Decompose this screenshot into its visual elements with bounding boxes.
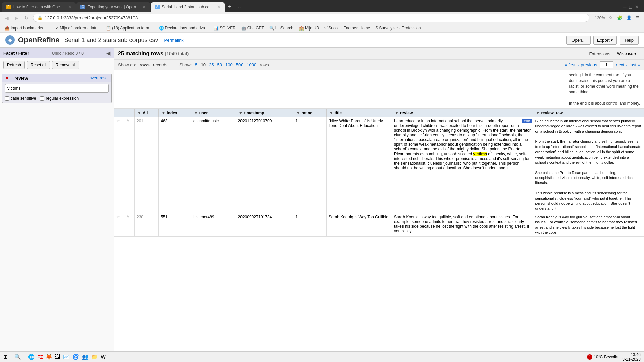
next-page-button[interactable]: next ›	[616, 62, 627, 67]
facet-collapse-button[interactable]: −	[10, 75, 13, 81]
reload-button[interactable]: ↻	[23, 14, 30, 22]
row-title: "Nice White Parents" Is Utterly Tone-Dea…	[326, 117, 392, 213]
col-timestamp-header: ▼ timestamp	[236, 109, 293, 117]
tab-1-close[interactable]: ✕	[68, 4, 72, 10]
col-star-header	[114, 109, 124, 117]
bookmark-survalyzer[interactable]: S Survalyzer - Profession...	[374, 25, 425, 31]
star-icon[interactable]: ☆	[608, 14, 614, 21]
row-review-raw: I - an educator in an international scho…	[533, 117, 644, 213]
regex-checkbox[interactable]	[40, 96, 44, 101]
tab-overflow-icon[interactable]: ⌄	[235, 3, 244, 11]
show-10[interactable]: 10	[201, 62, 206, 67]
show-100[interactable]: 100	[225, 62, 233, 67]
bookmark-import[interactable]: 📥 Import bookmarks...	[3, 25, 48, 31]
reset-all-button[interactable]: Reset all	[27, 61, 50, 69]
address-bar[interactable]: 🔒 127.0.0.1:3333/project?project=2527094…	[33, 14, 589, 22]
browser-toolbar-icons: ☆ 🧩 👤 ☰	[608, 14, 641, 21]
bookmark-chatgpt[interactable]: 🤖 ChatGPT	[240, 25, 265, 31]
row-star-cell: ☆	[114, 213, 124, 237]
maximize-button[interactable]: □	[629, 4, 632, 10]
new-tab-button[interactable]: +	[225, 2, 234, 12]
row-index: 463	[159, 117, 191, 213]
row-flag-cell: ⚑	[124, 213, 135, 237]
export-button[interactable]: Export ▾	[593, 36, 617, 45]
star-icon[interactable]: ☆	[116, 215, 120, 219]
facet-search-input[interactable]	[5, 84, 109, 93]
bookmark-mijnub[interactable]: 🏫 Mijn UB	[298, 25, 320, 31]
show-as-label: Show as:	[118, 62, 136, 67]
show-1000[interactable]: 1000	[247, 62, 256, 67]
facet-invert-button[interactable]: invert	[89, 76, 98, 80]
permalink-link[interactable]: Permalink	[164, 38, 184, 43]
wikibase-button[interactable]: Wikibase ▾	[613, 50, 640, 57]
open-button[interactable]: Open...	[566, 36, 591, 45]
rows-suffix-label: rows	[260, 62, 269, 67]
bookmark-declarations[interactable]: 🌐 Declarations and adva...	[158, 25, 210, 31]
tab-2-close[interactable]: ✕	[142, 4, 146, 10]
all-dropdown-icon[interactable]: ▼	[137, 111, 141, 115]
first-page-button[interactable]: « first	[565, 62, 576, 67]
account-icon[interactable]: 👤	[625, 14, 633, 21]
tab-1-favicon: F	[6, 5, 11, 9]
tab-1[interactable]: F How to filter data with Open R... ✕	[2, 2, 76, 12]
forward-button[interactable]: ▶	[13, 14, 20, 22]
show-500[interactable]: 500	[236, 62, 244, 67]
flag-icon[interactable]: ⚑	[126, 215, 130, 219]
table-wrapper: seeing it in the comment too. if you don…	[114, 70, 644, 339]
user-dropdown-icon[interactable]: ▼	[194, 111, 198, 115]
show-50[interactable]: 50	[217, 62, 222, 67]
rating-dropdown-icon[interactable]: ▼	[296, 111, 300, 115]
help-button[interactable]: Help	[620, 36, 639, 45]
row-user: gschmittmusic	[191, 117, 236, 213]
tab-3-close[interactable]: ✕	[217, 4, 221, 10]
page-number-input[interactable]	[600, 61, 613, 68]
undo-redo-link[interactable]: Undo / Redo 0 / 0	[52, 51, 84, 56]
regex-checkbox-label[interactable]: regular expression	[40, 96, 79, 101]
back-button[interactable]: ◀	[3, 14, 10, 22]
facet-close-button[interactable]: ✕	[5, 75, 9, 81]
review-raw-dropdown-icon[interactable]: ▼	[536, 111, 540, 115]
sidebar-collapse-button[interactable]: ◀	[106, 50, 110, 56]
bookmark-mijn[interactable]: ✓ Mijn afspraken - datu...	[54, 25, 102, 31]
tab-2[interactable]: O Exporting your work | OpenRef... ✕	[76, 2, 150, 12]
app-title: OpenRefine	[18, 36, 59, 44]
bookmark-libsearch[interactable]: 🔍 LibSearch	[268, 25, 295, 31]
bookmark-successfactors[interactable]: sf SuccessFactors: Home	[323, 25, 371, 31]
facet-options: case sensitive regular expression	[2, 95, 111, 103]
flag-icon[interactable]: ⚑	[126, 119, 130, 123]
row-rating: 1	[293, 213, 326, 237]
row-index: 551	[159, 213, 191, 237]
previous-page-button[interactable]: ‹ previous	[578, 62, 597, 67]
rows-mode-button[interactable]: rows	[139, 62, 149, 67]
extension-icon[interactable]: 🧩	[616, 14, 623, 21]
refresh-button[interactable]: Refresh	[3, 61, 25, 69]
last-page-button[interactable]: last »	[630, 62, 640, 67]
close-button[interactable]: ✕	[635, 4, 639, 10]
tab-3-title: Serial 1 and 2 stars sub corpus...	[162, 5, 215, 9]
records-mode-button[interactable]: records	[153, 62, 167, 67]
show-25[interactable]: 25	[209, 62, 214, 67]
review-dropdown-icon[interactable]: ▼	[395, 111, 399, 115]
case-sensitive-checkbox[interactable]	[5, 96, 9, 101]
timestamp-dropdown-icon[interactable]: ▼	[239, 111, 243, 115]
col-review-header: ▼ review	[392, 109, 533, 117]
tab-3[interactable]: S Serial 1 and 2 stars sub corpus... ✕	[151, 2, 225, 12]
title-dropdown-icon[interactable]: ▼	[329, 111, 333, 115]
show-5[interactable]: 5	[195, 62, 197, 67]
star-icon[interactable]: ☆	[116, 119, 120, 123]
facet-reset-button[interactable]: reset	[100, 76, 109, 80]
row-timestamp: 20200902T191734	[236, 213, 293, 237]
table-row: ☆ ⚑ 230. 551 Listener489 20200902T191734…	[114, 213, 644, 237]
facet-panel-header: ✕ − review invert reset	[2, 74, 111, 82]
remove-all-button[interactable]: Remove all	[52, 61, 79, 69]
edit-link[interactable]: edit	[522, 119, 532, 123]
menu-icon[interactable]: ☰	[635, 14, 641, 21]
row-number: 230.	[135, 213, 159, 237]
bookmark-solver[interactable]: 📊 SOLVER	[212, 25, 237, 31]
index-dropdown-icon[interactable]: ▼	[161, 111, 165, 115]
bookmark-app[interactable]: 📋 (18) Application form ...	[105, 25, 155, 31]
project-name: Serial 1 and 2 stars sub corpus csv	[64, 37, 158, 44]
case-sensitive-checkbox-label[interactable]: case sensitive	[5, 96, 36, 101]
minimize-button[interactable]: ─	[623, 4, 627, 10]
row-flag-cell: ⚑	[124, 117, 135, 213]
